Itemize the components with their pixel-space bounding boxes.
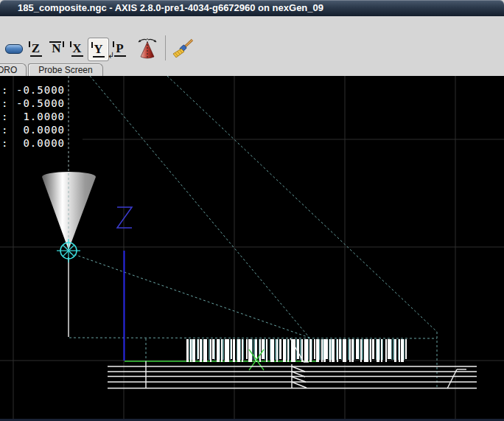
rotate-view-button[interactable]: [135, 38, 160, 59]
tab-dro-label: DRO: [0, 65, 17, 75]
toolbar-separator: [165, 35, 166, 60]
view-y-button[interactable]: Y: [88, 38, 108, 60]
tab-dro[interactable]: DRO: [0, 63, 27, 76]
view-z-button[interactable]: Z: [27, 38, 45, 59]
dro-readout-line: :-0.5000: [0, 97, 68, 111]
view-z-rotated-icon: N: [49, 40, 65, 58]
view-x-button[interactable]: X: [68, 38, 86, 59]
axis-window: 185_composite.ngc - AXIS 2.8.0-pre1-4034…: [0, 0, 504, 421]
view-p-button[interactable]: P ↲: [111, 38, 129, 59]
dro-readout-line: :1.0000: [0, 111, 68, 124]
toolpath-plot[interactable]: [0, 76, 504, 421]
broom-icon: [171, 38, 195, 60]
preview-canvas[interactable]: :-0.5000:-0.5000:1.0000:0.0000:0.0000: [0, 76, 504, 421]
dro-readout-line: :0.0000: [0, 137, 68, 150]
dro-readout-line: :0.0000: [0, 124, 68, 137]
view-x-icon: X: [69, 40, 85, 58]
view-z-icon: Z: [28, 40, 44, 58]
clear-plot-button[interactable]: [170, 38, 195, 59]
dro-readout-line: :-0.5000: [0, 84, 68, 97]
view-y-icon: Y: [91, 41, 107, 58]
pill-tool-button[interactable]: [5, 38, 23, 59]
rotate-cone-icon: [136, 38, 159, 60]
perspective-arrow-icon: ↲: [108, 51, 114, 60]
window-title: 185_composite.ngc - AXIS 2.8.0-pre1-4034…: [18, 2, 323, 13]
pill-icon: [5, 44, 23, 54]
titlebar[interactable]: 185_composite.ngc - AXIS 2.8.0-pre1-4034…: [0, 0, 504, 16]
toolbar: Z N X Y P ↲: [0, 16, 504, 63]
tab-probe-screen[interactable]: Probe Screen: [28, 63, 103, 76]
tab-bar: DRO Probe Screen: [0, 63, 504, 77]
view-z-rotated-button[interactable]: N: [47, 38, 66, 59]
tab-probe-screen-label: Probe Screen: [38, 65, 92, 75]
